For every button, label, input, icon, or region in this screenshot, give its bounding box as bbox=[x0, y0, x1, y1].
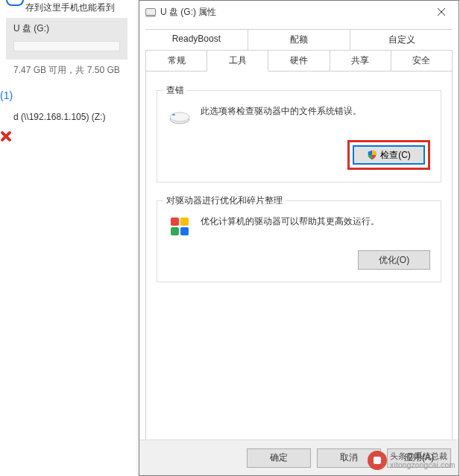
group-check-legend: 查错 bbox=[163, 84, 187, 97]
optimize-icon bbox=[168, 215, 192, 238]
check-button[interactable]: 检查(C) bbox=[353, 145, 425, 165]
svg-rect-4 bbox=[172, 114, 175, 115]
close-button[interactable] bbox=[424, 1, 459, 23]
dialog-titlebar[interactable]: U 盘 (G:) 属性 bbox=[139, 1, 459, 23]
group-check-desc: 此选项将检查驱动器中的文件系统错误。 bbox=[201, 104, 430, 118]
svg-rect-8 bbox=[180, 227, 189, 235]
drive-card-usb[interactable]: U 盘 (G:) bbox=[6, 18, 127, 60]
phone-sync-text: 存到这里手机也能看到 bbox=[25, 1, 115, 14]
optimize-button-label: 优化(O) bbox=[379, 254, 409, 267]
check-button-highlight: 检查(C) bbox=[347, 140, 430, 170]
tab-hardware[interactable]: 硬件 bbox=[268, 51, 330, 72]
sync-icon bbox=[6, 0, 24, 6]
tab-body: 常规 工具 硬件 共享 安全 查错 此选项将检查驱动器中的文件系统错误。 bbox=[145, 51, 453, 456]
tab-row-bottom: 常规 工具 硬件 共享 安全 bbox=[146, 50, 452, 72]
apply-button[interactable]: 应用(A) bbox=[387, 448, 451, 468]
svg-rect-5 bbox=[171, 218, 179, 226]
group-opt-legend: 对驱动器进行优化和碎片整理 bbox=[163, 194, 286, 207]
drive-usage-bar bbox=[13, 41, 120, 51]
drive-usage-text: 7.47 GB 可用，共 7.50 GB bbox=[13, 64, 120, 77]
dialog-title: U 盘 (G:) 属性 bbox=[160, 6, 216, 19]
disconnected-icon bbox=[0, 131, 10, 142]
check-button-label: 检查(C) bbox=[380, 149, 411, 162]
svg-rect-7 bbox=[171, 227, 179, 235]
optimize-button[interactable]: 优化(O) bbox=[358, 250, 430, 270]
tab-sharing[interactable]: 共享 bbox=[330, 51, 391, 72]
ok-button[interactable]: 确定 bbox=[247, 448, 311, 468]
network-drive-label[interactable]: d (\\192.168.1.105) (Z:) bbox=[13, 112, 105, 122]
tab-row-top: ReadyBoost 配额 自定义 bbox=[145, 29, 453, 51]
tab-quota[interactable]: 配额 bbox=[248, 30, 351, 51]
properties-dialog: U 盘 (G:) 属性 ReadyBoost 配额 自定义 常规 工具 硬件 共… bbox=[139, 0, 459, 476]
close-icon bbox=[438, 8, 445, 16]
drive-check-icon bbox=[168, 104, 192, 128]
section-number: (1) bbox=[0, 89, 13, 101]
svg-point-3 bbox=[170, 112, 189, 121]
group-error-checking: 查错 此选项将检查驱动器中的文件系统错误。 bbox=[157, 90, 441, 183]
group-opt-desc: 优化计算机的驱动器可以帮助其更高效运行。 bbox=[201, 215, 430, 229]
drive-icon bbox=[145, 8, 156, 16]
tab-security[interactable]: 安全 bbox=[391, 51, 452, 72]
tab-customize[interactable]: 自定义 bbox=[350, 30, 453, 51]
dialog-button-bar: 确定 取消 应用(A) bbox=[139, 439, 459, 475]
tab-tools[interactable]: 工具 bbox=[207, 51, 268, 72]
drive-card-title: U 盘 (G:) bbox=[13, 22, 120, 35]
svg-rect-6 bbox=[180, 218, 189, 226]
cancel-button[interactable]: 取消 bbox=[317, 448, 381, 468]
group-optimize: 对驱动器进行优化和碎片整理 优化计算机的驱动器可以帮助其更高效运行。 bbox=[157, 200, 441, 282]
explorer-left-panel: 存到这里手机也能看到 U 盘 (G:) 7.47 GB 可用，共 7.50 GB… bbox=[0, 0, 138, 476]
tab-general[interactable]: 常规 bbox=[146, 51, 207, 72]
tab-readyboost[interactable]: ReadyBoost bbox=[145, 30, 248, 51]
uac-shield-icon bbox=[367, 150, 377, 160]
